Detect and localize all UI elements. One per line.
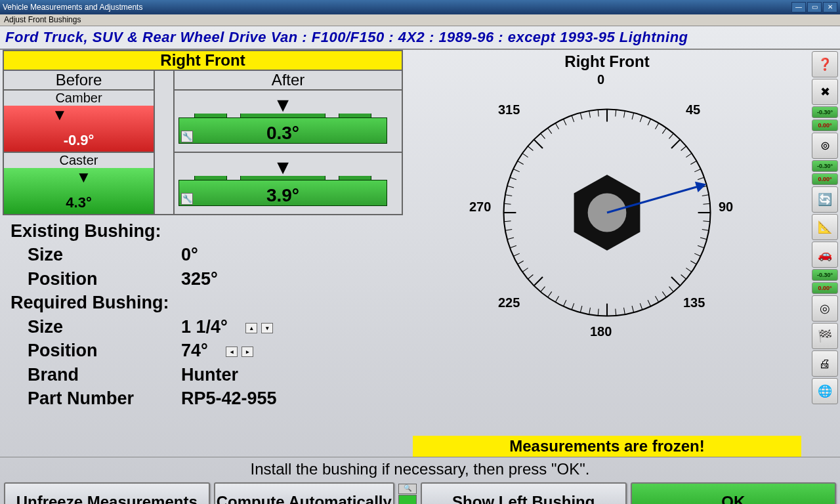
required-header: Required Bushing: xyxy=(10,291,396,314)
tool-icon-7[interactable]: 🏁 xyxy=(812,323,838,349)
window-titlebar: Vehicle Measurements and Adjustments — ▭… xyxy=(0,0,840,14)
close-button[interactable]: ✕ xyxy=(823,2,837,12)
window-title: Vehicle Measurements and Adjustments xyxy=(3,3,791,12)
existing-pos-label: Position xyxy=(10,267,181,291)
svg-line-20 xyxy=(703,221,709,222)
svg-line-10 xyxy=(671,140,680,148)
svg-line-72 xyxy=(598,110,598,116)
svg-line-21 xyxy=(702,230,709,231)
readout-2b[interactable]: 0.00° xyxy=(812,173,838,185)
svg-line-17 xyxy=(702,195,709,196)
table-title: Right Front xyxy=(3,51,402,70)
svg-line-47 xyxy=(528,274,533,279)
svg-line-22 xyxy=(700,238,707,240)
readout-1a[interactable]: -0.30° xyxy=(812,106,838,118)
svg-line-38 xyxy=(598,308,598,315)
svg-line-23 xyxy=(698,245,704,248)
readout-1b[interactable]: 0.00° xyxy=(812,119,838,131)
gauge-arrow-icon: ▼ xyxy=(75,168,91,186)
svg-line-59 xyxy=(510,177,516,180)
svg-line-70 xyxy=(580,113,582,119)
svg-line-34 xyxy=(632,306,634,312)
svg-line-15 xyxy=(698,177,704,180)
mode-option-1[interactable] xyxy=(398,495,417,504)
required-brand-value: Hunter xyxy=(181,363,238,387)
pos-right-button[interactable]: ▸ xyxy=(242,346,253,357)
svg-line-61 xyxy=(518,161,524,164)
svg-line-71 xyxy=(589,111,591,117)
before-camber-value: -0.9° xyxy=(4,132,154,149)
svg-line-64 xyxy=(534,140,543,148)
compute-mode-selector[interactable]: 🔍 xyxy=(398,482,417,504)
existing-pos-value: 325° xyxy=(181,267,218,291)
unfreeze-button[interactable]: Unfreeze Measurements xyxy=(4,482,210,504)
svg-line-50 xyxy=(513,253,520,256)
side-toolbar: ❓ ✖ -0.30° 0.00° ⊚ -0.30° 0.00° 🔄 📐 🚗 -0… xyxy=(810,50,839,457)
svg-line-65 xyxy=(541,133,545,138)
required-pos-value: 74° xyxy=(181,341,208,360)
minimize-button[interactable]: — xyxy=(791,2,806,12)
svg-line-43 xyxy=(555,296,558,302)
help-icon[interactable]: ❓ xyxy=(812,51,838,77)
size-down-button[interactable]: ▾ xyxy=(261,323,273,333)
svg-line-4 xyxy=(632,113,634,119)
svg-line-12 xyxy=(686,154,692,158)
tool-icon-2[interactable]: ⊚ xyxy=(812,133,838,159)
before-caster-value: 4.3° xyxy=(4,194,154,211)
svg-line-52 xyxy=(507,238,514,240)
globe-icon[interactable]: 🌐 xyxy=(812,378,838,404)
svg-line-30 xyxy=(662,291,666,297)
svg-line-42 xyxy=(563,300,566,306)
svg-line-51 xyxy=(510,245,516,248)
tool-icon-5[interactable]: 🚗 xyxy=(812,242,838,268)
svg-line-46 xyxy=(534,277,543,285)
dial-270: 270 xyxy=(469,200,491,215)
required-size-value: 1 1/4° xyxy=(181,317,228,337)
after-camber-value: 0.3° xyxy=(175,123,391,144)
menu-item-adjust[interactable]: Adjust Front Bushings xyxy=(4,15,81,24)
compute-button[interactable]: Compute Automatically xyxy=(214,482,395,504)
svg-line-48 xyxy=(522,268,528,272)
svg-line-69 xyxy=(572,116,574,122)
ok-button[interactable]: OK xyxy=(631,482,837,504)
svg-line-62 xyxy=(522,154,528,158)
gauge-arrow-icon: ▼ xyxy=(52,106,68,124)
required-brand-label: Brand xyxy=(10,363,181,387)
tool-icon-3[interactable]: 🔄 xyxy=(812,186,838,213)
svg-line-14 xyxy=(694,169,701,171)
dial-225: 225 xyxy=(498,295,520,310)
svg-line-53 xyxy=(505,230,512,231)
svg-line-3 xyxy=(624,111,625,117)
svg-line-66 xyxy=(548,128,552,134)
size-up-button[interactable]: ▴ xyxy=(245,323,257,333)
svg-line-25 xyxy=(690,261,696,264)
readout-3a[interactable]: -0.30° xyxy=(812,269,838,281)
tool-icon-1[interactable]: ✖ xyxy=(812,79,838,105)
svg-line-54 xyxy=(504,221,511,222)
tool-icon-4[interactable]: 📐 xyxy=(812,214,838,240)
svg-line-2 xyxy=(616,110,616,116)
svg-line-11 xyxy=(681,146,686,151)
after-caster-value: 3.9° xyxy=(175,185,391,206)
readout-3b[interactable]: 0.00° xyxy=(812,282,838,294)
dial-45: 45 xyxy=(686,102,700,117)
tool-icon-8[interactable]: 🖨 xyxy=(812,350,838,377)
svg-line-40 xyxy=(580,306,582,312)
required-part-label: Part Number xyxy=(10,387,181,410)
pos-left-button[interactable]: ◂ xyxy=(226,346,238,357)
svg-line-28 xyxy=(671,277,680,285)
svg-line-9 xyxy=(669,133,673,138)
before-camber-gauge: ▼ -0.9° xyxy=(4,106,154,152)
existing-header: Existing Bushing: xyxy=(10,219,396,243)
menubar: Adjust Front Bushings xyxy=(0,14,840,26)
vehicle-description: Ford Truck, SUV & Rear Wheel Drive Van :… xyxy=(0,26,840,50)
show-left-button[interactable]: Show Left Bushing xyxy=(421,482,627,504)
gauge-arrow-icon: ▼ xyxy=(273,156,293,178)
svg-line-63 xyxy=(528,146,533,151)
svg-line-5 xyxy=(640,116,642,122)
tool-icon-6[interactable]: ◎ xyxy=(812,295,838,322)
maximize-button[interactable]: ▭ xyxy=(807,2,822,12)
readout-2a[interactable]: -0.30° xyxy=(812,160,838,172)
zoom-icon[interactable]: 🔍 xyxy=(399,484,416,492)
svg-line-35 xyxy=(624,308,625,314)
